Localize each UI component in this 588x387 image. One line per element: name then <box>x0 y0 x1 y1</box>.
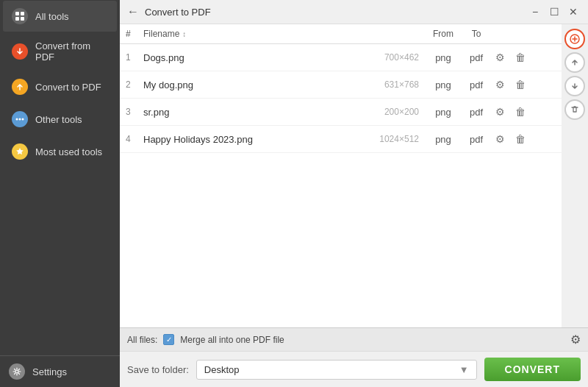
folder-select-value: Desktop <box>204 364 459 375</box>
row-actions: ⚙ 🗑 <box>491 130 556 148</box>
move-up-button[interactable] <box>564 52 585 73</box>
svg-rect-0 <box>15 12 19 15</box>
settings-row-icon[interactable]: ⚙ <box>491 49 509 66</box>
merge-label: Merge all into one PDF file <box>180 335 284 345</box>
convert-to-pdf-label: Convert to PDF <box>35 82 101 93</box>
convert-button[interactable]: CONVERT <box>484 358 581 381</box>
save-to-folder-label: Save to folder: <box>127 364 189 375</box>
svg-rect-2 <box>15 17 19 21</box>
row-from: png <box>425 79 462 90</box>
sidebar-spacer <box>0 168 120 355</box>
main-content: ← Convert to PDF − ☐ ✕ # Filename ↕ From… <box>120 0 588 387</box>
sidebar-item-other-tools[interactable]: Other tools <box>3 104 117 135</box>
row-filename: My dog.png <box>143 79 384 90</box>
side-actions <box>562 24 588 327</box>
svg-rect-1 <box>21 12 24 15</box>
row-actions: ⚙ 🗑 <box>491 103 556 121</box>
all-tools-label: All tools <box>35 11 69 22</box>
row-to: pdf <box>462 79 491 90</box>
row-to: pdf <box>462 107 491 118</box>
svg-point-4 <box>16 118 18 121</box>
delete-row-icon[interactable]: 🗑 <box>512 130 529 148</box>
table-row: 3 sr.png 200×200 png pdf ⚙ 🗑 <box>120 99 562 126</box>
other-tools-label: Other tools <box>35 114 82 125</box>
row-filename-content: sr.png 200×200 <box>143 107 425 118</box>
row-actions: ⚙ 🗑 <box>491 49 556 66</box>
convert-from-pdf-icon <box>12 43 28 60</box>
back-button[interactable]: ← <box>127 5 139 18</box>
row-num: 3 <box>126 107 143 117</box>
settings-label: Settings <box>32 366 67 377</box>
settings-row-icon[interactable]: ⚙ <box>491 103 509 121</box>
row-dimensions: 200×200 <box>384 107 419 117</box>
row-filename-content: Happy Holidays 2023.png 1024×512 <box>143 134 425 145</box>
convert-from-pdf-label: Convert from PDF <box>35 40 108 63</box>
minimize-button[interactable]: − <box>528 4 542 19</box>
sidebar-item-all-tools[interactable]: All tools <box>3 1 117 32</box>
row-actions: ⚙ 🗑 <box>491 76 556 93</box>
row-to: pdf <box>462 52 491 63</box>
row-filename: Dogs.png <box>143 52 384 63</box>
settings-icon <box>9 363 25 380</box>
row-num: 1 <box>126 52 143 63</box>
row-dimensions: 700×462 <box>384 52 419 63</box>
svg-point-5 <box>19 118 21 121</box>
window-controls: − ☐ ✕ <box>528 4 581 19</box>
row-from: png <box>425 107 462 118</box>
table-row: 1 Dogs.png 700×462 png pdf ⚙ 🗑 <box>120 44 562 71</box>
maximize-button[interactable]: ☐ <box>547 4 562 19</box>
col-num-header: # <box>126 29 143 39</box>
dropdown-arrow-icon: ▼ <box>459 364 469 375</box>
most-used-label: Most used tools <box>35 146 102 157</box>
delete-all-button[interactable] <box>564 99 585 120</box>
sidebar: All tools Convert from PDF Convert to PD… <box>0 0 120 387</box>
row-num: 2 <box>126 79 143 90</box>
svg-point-6 <box>22 118 24 121</box>
table-header: # Filename ↕ From To <box>120 24 562 44</box>
merge-checkbox[interactable]: ✓ <box>163 334 174 345</box>
delete-row-icon[interactable]: 🗑 <box>512 76 529 93</box>
table-row: 4 Happy Holidays 2023.png 1024×512 png p… <box>120 126 562 153</box>
svg-rect-3 <box>21 17 24 21</box>
row-filename: sr.png <box>143 107 384 118</box>
col-from-header: From <box>425 29 462 39</box>
all-tools-icon <box>12 8 28 24</box>
bottom-settings-icon[interactable]: ⚙ <box>570 333 581 347</box>
row-dimensions: 631×768 <box>384 79 419 90</box>
sidebar-settings[interactable]: Settings <box>0 355 120 387</box>
row-filename-content: My dog.png 631×768 <box>143 79 425 90</box>
titlebar: ← Convert to PDF − ☐ ✕ <box>120 0 588 24</box>
row-filename-content: Dogs.png 700×462 <box>143 52 425 63</box>
col-to-header: To <box>462 29 491 39</box>
sidebar-item-convert-from-pdf[interactable]: Convert from PDF <box>3 33 117 70</box>
all-files-section: All files: <box>127 335 157 345</box>
delete-row-icon[interactable]: 🗑 <box>512 49 529 66</box>
convert-to-pdf-icon <box>12 79 28 95</box>
table-area: # Filename ↕ From To 1 Dogs.png 700×462 … <box>120 24 562 327</box>
delete-row-icon[interactable]: 🗑 <box>512 103 529 121</box>
close-button[interactable]: ✕ <box>566 4 581 19</box>
svg-point-7 <box>15 370 18 373</box>
sort-icon: ↕ <box>182 30 186 38</box>
other-tools-icon <box>12 111 28 127</box>
table-row: 2 My dog.png 631×768 png pdf ⚙ 🗑 <box>120 71 562 99</box>
settings-row-icon[interactable]: ⚙ <box>491 76 509 93</box>
content-area: # Filename ↕ From To 1 Dogs.png 700×462 … <box>120 24 588 327</box>
bottom-bar: All files: ✓ Merge all into one PDF file… <box>120 327 588 351</box>
row-to: pdf <box>462 134 491 145</box>
add-file-button[interactable] <box>564 29 585 49</box>
row-dimensions: 1024×512 <box>379 134 419 144</box>
window-title: Convert to PDF <box>145 7 522 18</box>
col-filename-header: Filename ↕ <box>143 29 425 39</box>
most-used-icon <box>12 143 28 160</box>
row-from: png <box>425 134 462 145</box>
folder-select-dropdown[interactable]: Desktop ▼ <box>196 360 477 380</box>
row-num: 4 <box>126 134 143 144</box>
save-bar: Save to folder: Desktop ▼ CONVERT <box>120 351 588 387</box>
all-files-label: All files: <box>127 335 157 345</box>
sidebar-item-most-used[interactable]: Most used tools <box>3 136 117 167</box>
row-from: png <box>425 52 462 63</box>
move-down-button[interactable] <box>564 76 585 96</box>
settings-row-icon[interactable]: ⚙ <box>491 130 509 148</box>
sidebar-item-convert-to-pdf[interactable]: Convert to PDF <box>3 71 117 102</box>
